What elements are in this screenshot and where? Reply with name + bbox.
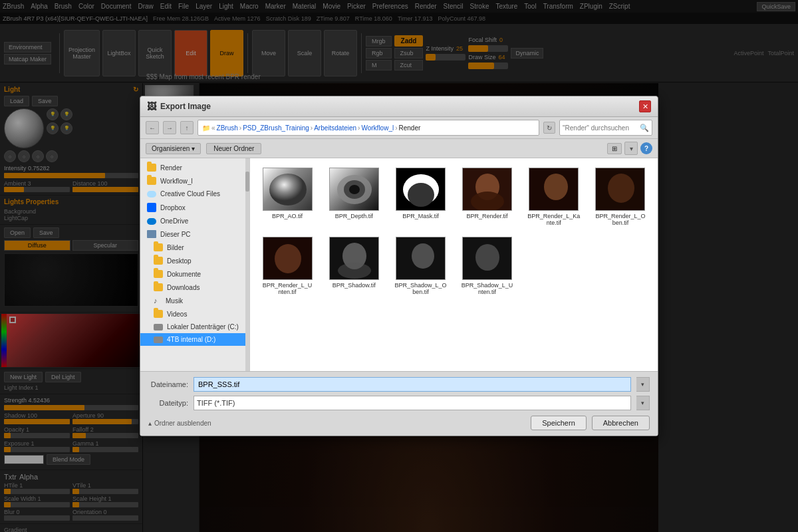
new-folder-btn[interactable]: Neuer Ordner [206, 143, 261, 154]
filetype-label: Dateityp: [148, 399, 188, 407]
cancel-dialog-btn[interactable]: Abbrechen [592, 416, 650, 430]
file-thumbnail-bpr-ao [263, 168, 313, 211]
sidebar-item-creative-cloud[interactable]: Creative Cloud Files [140, 188, 249, 200]
file-thumbnail-bpr-render-lk [529, 168, 579, 211]
file-thumbnail-bpr-shadow [329, 237, 379, 280]
folder-icon4 [154, 257, 163, 265]
file-item-bpr-shadow[interactable]: BPR_Shadow.tif [323, 234, 384, 298]
dialog-close-btn[interactable]: ✕ [639, 100, 651, 112]
sidebar-item-downloads[interactable]: Downloads [140, 281, 249, 294]
onedrive-icon [147, 218, 156, 225]
dialog-sidebar: Render Workflow_l Creative Cloud Files D… [140, 158, 250, 371]
sidebar-item-dieser-pc[interactable]: Dieser PC [140, 227, 249, 241]
sidebar-item-musik[interactable]: ♪ Musik [140, 294, 249, 307]
file-thumbnail-bpr-render [462, 168, 512, 211]
folder-icon3 [154, 243, 163, 251]
search-input[interactable] [563, 124, 638, 132]
sidebar-item-workflow[interactable]: Workflow_l [140, 174, 249, 188]
file-name-bpr-shadow: BPR_Shadow.tif [332, 282, 376, 289]
sidebar-item-videos[interactable]: Videos [140, 307, 249, 321]
svg-point-17 [338, 263, 371, 279]
file-thumbnail-bpr-render-lo [595, 168, 645, 211]
view-toggle-btn[interactable]: ⊞ [607, 143, 622, 154]
dialog-body: Render Workflow_l Creative Cloud Files D… [140, 158, 658, 371]
file-thumbnail-bpr-shadow-lo [396, 237, 446, 280]
file-name-bpr-render-lo: BPR_Render_L_Oben.tif [595, 213, 645, 226]
svg-point-19 [412, 243, 434, 269]
file-item-bpr-ao[interactable]: BPR_AO.tif [257, 165, 318, 229]
sidebar-item-bilder[interactable]: Bilder [140, 241, 249, 254]
folder-icon5 [154, 270, 163, 278]
dialog-title: 🖼 Export Image [147, 101, 211, 112]
file-item-bpr-depth[interactable]: BPR_Depth.tif [323, 165, 384, 229]
sidebar-item-dokumente[interactable]: Dokumente [140, 267, 249, 281]
svg-point-21 [475, 244, 499, 271]
dropbox-icon [147, 203, 156, 212]
sidebar-scrollbar[interactable] [245, 158, 249, 371]
svg-point-5 [408, 183, 434, 207]
nav-back-btn[interactable]: ← [146, 121, 159, 134]
file-item-bpr-render-lu[interactable]: BPR_Render_L_Unten.tif [257, 234, 318, 298]
file-item-bpr-render[interactable]: BPR_Render.tif [456, 165, 517, 229]
sidebar-item-local-c[interactable]: Lokaler Datenträger (C:) [140, 321, 249, 333]
file-thumbnail-bpr-depth [329, 168, 379, 211]
file-name-bpr-render-lu: BPR_Render_L_Unten.tif [263, 282, 313, 295]
computer-icon [147, 230, 156, 238]
filetype-row: Dateityp: TIFF (*.TIF) ▾ [148, 396, 650, 410]
breadcrumb-zbrush[interactable]: ZBrush [217, 124, 238, 132]
view-options-btn[interactable]: ▾ [624, 142, 638, 155]
breadcrumb-arbeitsdateien[interactable]: Arbeitsdateien [314, 124, 356, 132]
svg-point-12 [608, 174, 634, 203]
dialog-toolbar: Organisieren ▾ Neuer Ordner ⊞ ▾ ? [140, 139, 658, 158]
nav-up-btn[interactable]: ↑ [180, 121, 194, 134]
sidebar-item-dropbox[interactable]: Dropbox [140, 200, 249, 215]
export-dialog-overlay: 🖼 Export Image ✕ ← → ↑ 📁 « ZBrush › PSD_… [0, 0, 798, 532]
folder-icon [147, 164, 156, 172]
file-grid: BPR_AO.tif BPR_Depth.tif [250, 158, 658, 371]
file-thumbnail-bpr-shadow-lu [462, 237, 512, 280]
toggle-folder-btn[interactable]: ▴ Ordner ausblenden [148, 420, 211, 427]
nav-forward-btn[interactable]: → [163, 121, 176, 134]
help-btn[interactable]: ? [640, 142, 652, 154]
nav-refresh-btn[interactable]: ↻ [543, 122, 555, 134]
sidebar-item-onedrive[interactable]: OneDrive [140, 215, 249, 227]
filename-label: Dateiname: [148, 380, 188, 388]
sidebar-scrollbar-thumb[interactable] [245, 172, 249, 192]
file-name-bpr-shadow-lo: BPR_Shadow_L_Oben.tif [394, 282, 446, 295]
cloud-icon [147, 191, 156, 198]
file-thumbnail-bpr-render-lu [263, 237, 313, 280]
dialog-title-icon: 🖼 [147, 101, 156, 112]
dialog-bottom: Dateiname: ▾ Dateityp: TIFF (*.TIF) ▾ ▴ … [140, 371, 658, 436]
sidebar-item-render[interactable]: Render [140, 161, 249, 174]
svg-point-10 [544, 174, 568, 200]
filetype-select[interactable]: TIFF (*.TIF) [194, 396, 631, 410]
file-item-bpr-render-lo[interactable]: BPR_Render_L_Oben.tif [590, 165, 651, 229]
file-item-bpr-shadow-lo[interactable]: BPR_Shadow_L_Oben.tif [390, 234, 451, 298]
chevron-down-icon: ▾ [192, 145, 195, 152]
sidebar-item-4tb[interactable]: 4TB internal (D:) [140, 333, 249, 346]
file-item-bpr-render-lk[interactable]: BPR_Render_L_Kante.tif [523, 165, 585, 229]
svg-point-3 [349, 185, 360, 194]
file-item-bpr-mask[interactable]: BPR_Mask.tif [390, 165, 451, 229]
breadcrumb-training[interactable]: PSD_ZBrush_Training [243, 124, 309, 132]
file-name-bpr-depth: BPR_Depth.tif [335, 213, 373, 219]
breadcrumb-bar: 📁 « ZBrush › PSD_ZBrush_Training › Arbei… [198, 120, 539, 136]
filetype-dropdown-btn[interactable]: ▾ [636, 396, 650, 410]
export-image-dialog: 🖼 Export Image ✕ ← → ↑ 📁 « ZBrush › PSD_… [140, 96, 658, 436]
chevron-up-icon: ▴ [148, 420, 152, 427]
filename-dropdown-btn[interactable]: ▾ [636, 377, 650, 392]
file-name-bpr-render: BPR_Render.tif [467, 213, 508, 219]
sidebar-item-desktop[interactable]: Desktop [140, 254, 249, 267]
dialog-nav-bar: ← → ↑ 📁 « ZBrush › PSD_ZBrush_Training ›… [140, 117, 658, 139]
save-dialog-btn[interactable]: Speichern [531, 416, 587, 430]
breadcrumb-icon: 📁 [202, 124, 210, 132]
file-item-bpr-shadow-lu[interactable]: BPR_Shadow_L_Unten.tif [456, 234, 517, 298]
organize-btn[interactable]: Organisieren ▾ [146, 143, 201, 154]
svg-point-0 [269, 174, 307, 205]
dialog-titlebar: 🖼 Export Image ✕ [140, 96, 658, 117]
folder-icon6 [154, 283, 163, 291]
breadcrumb-workflow[interactable]: Workflow_l [361, 124, 394, 132]
svg-point-14 [275, 244, 301, 273]
file-thumbnail-bpr-mask [396, 168, 446, 211]
filename-input[interactable] [194, 377, 631, 392]
